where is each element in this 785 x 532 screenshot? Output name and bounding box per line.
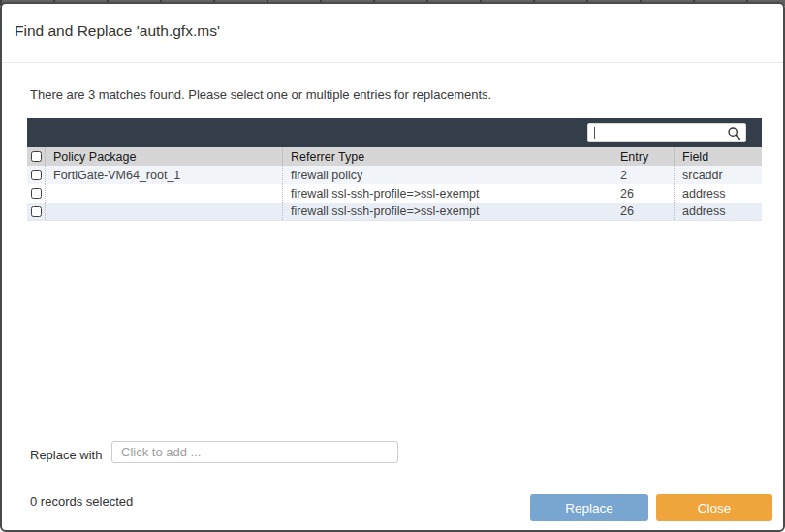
field-cell: address xyxy=(674,203,762,220)
referrer-type-cell: firewall policy xyxy=(282,166,612,184)
table-body: FortiGate-VM64_root_1 firewall policy 2 … xyxy=(27,166,762,221)
title-separator xyxy=(2,62,783,63)
select-all-cell xyxy=(27,147,45,166)
row-checkbox-cell xyxy=(27,203,45,220)
dialog-title: Find and Replace 'auth.gfx.ms' xyxy=(15,22,220,40)
table-row[interactable]: firewall ssl-ssh-profile=>ssl-exempt 26 … xyxy=(27,203,762,221)
results-table: Policy Package Referrer Type Entry Field… xyxy=(27,118,762,221)
referrer-type-cell: firewall ssl-ssh-profile=>ssl-exempt xyxy=(282,203,612,220)
row-checkbox[interactable] xyxy=(31,188,42,199)
entry-cell: 26 xyxy=(612,203,674,220)
field-cell: srcaddr xyxy=(674,166,762,184)
replace-with-input[interactable] xyxy=(111,441,398,463)
referrer-type-cell: firewall ssl-ssh-profile=>ssl-exempt xyxy=(282,184,612,203)
column-header-policy-package[interactable]: Policy Package xyxy=(45,147,282,166)
entry-cell: 26 xyxy=(612,184,674,203)
row-checkbox-cell xyxy=(27,184,45,203)
select-all-checkbox[interactable] xyxy=(31,151,42,162)
column-header-entry[interactable]: Entry xyxy=(612,147,674,166)
entry-cell: 2 xyxy=(612,166,674,184)
row-checkbox[interactable] xyxy=(31,170,42,180)
find-and-replace-dialog: Find and Replace 'auth.gfx.ms' There are… xyxy=(0,2,785,532)
row-checkbox-cell xyxy=(27,166,45,184)
table-toolbar xyxy=(27,118,762,147)
search-icon[interactable] xyxy=(727,126,741,141)
records-selected-status: 0 records selected xyxy=(30,494,133,509)
policy-package-cell: FortiGate-VM64_root_1 xyxy=(45,166,282,184)
table-row[interactable]: FortiGate-VM64_root_1 firewall policy 2 … xyxy=(27,166,762,184)
row-checkbox[interactable] xyxy=(31,206,42,217)
close-button[interactable]: Close xyxy=(656,494,772,521)
search-box[interactable] xyxy=(587,123,746,142)
column-header-referrer-type[interactable]: Referrer Type xyxy=(282,147,612,166)
table-header-row: Policy Package Referrer Type Entry Field xyxy=(27,147,762,166)
policy-package-cell xyxy=(45,203,282,220)
replace-with-label: Replace with xyxy=(30,448,102,462)
match-summary-text: There are 3 matches found. Please select… xyxy=(30,87,491,102)
column-header-field[interactable]: Field xyxy=(674,147,762,166)
policy-package-cell xyxy=(45,184,282,203)
search-input[interactable] xyxy=(595,124,727,141)
field-cell: address xyxy=(674,184,762,203)
table-row[interactable]: firewall ssl-ssh-profile=>ssl-exempt 26 … xyxy=(27,184,762,203)
replace-button[interactable]: Replace xyxy=(530,494,648,521)
